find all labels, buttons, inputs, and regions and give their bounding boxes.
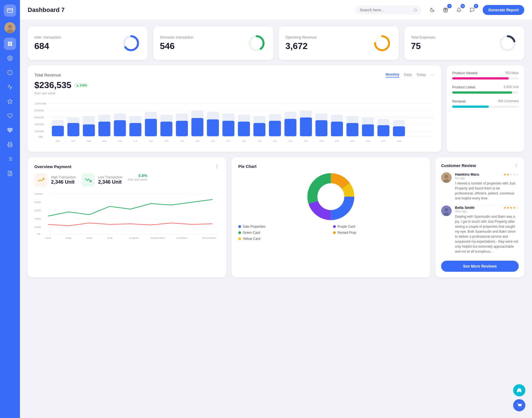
chat-button[interactable]: 5 <box>467 5 477 15</box>
cart-icon <box>516 402 522 408</box>
donut-chart-2 <box>372 33 392 53</box>
svg-rect-114 <box>393 126 405 136</box>
svg-text:600k: 600k <box>34 116 44 119</box>
revenue-tabs: MonthlyDailyToday··· <box>386 72 434 78</box>
svg-text:0k: 0k <box>38 135 43 138</box>
moon-icon <box>430 7 435 12</box>
sidebar-item-star[interactable] <box>4 95 16 107</box>
sidebar-item-print[interactable] <box>4 139 16 151</box>
svg-text:23: 23 <box>319 140 324 142</box>
legend-label-2: Green Card <box>243 231 260 235</box>
svg-text:200k: 200k <box>34 130 44 133</box>
progress-fill-0 <box>452 77 509 80</box>
revenue-sub: than last week <box>34 91 434 95</box>
dark-mode-toggle[interactable] <box>427 5 437 15</box>
svg-point-145 <box>516 164 516 164</box>
star-1-3: ★ <box>513 206 516 210</box>
svg-rect-0 <box>7 9 13 12</box>
svg-text:May: May <box>66 237 72 239</box>
svg-rect-105 <box>346 123 358 136</box>
sidebar-item-info[interactable] <box>4 66 16 79</box>
more-icon[interactable] <box>214 164 219 169</box>
svg-rect-48 <box>52 126 64 136</box>
revenue-card: Total Revenue MonthlyDailyToday··· $236,… <box>28 65 441 152</box>
reviewer-time-0: 5m ago <box>455 176 519 180</box>
high-transaction-info: High Transaction 2,346 Unit <box>51 175 76 185</box>
svg-text:20: 20 <box>273 140 277 142</box>
svg-text:27: 27 <box>381 140 386 142</box>
legend-dot-2 <box>238 231 241 234</box>
svg-rect-63 <box>129 123 141 136</box>
pie-legend: Sale Properties Purple Card Green Card R… <box>238 225 423 241</box>
bell-icon <box>456 7 461 12</box>
star-1-0: ★ <box>503 206 507 210</box>
svg-text:14: 14 <box>180 140 184 142</box>
arrow-up-icon: ▲ <box>76 84 79 87</box>
svg-rect-102 <box>331 122 343 136</box>
svg-text:400k: 400k <box>34 123 44 126</box>
review-avatar-0 <box>441 172 452 183</box>
svg-rect-75 <box>191 118 203 136</box>
stat-item-0: Product Viewed 561/days <box>452 71 519 80</box>
cart-float-button[interactable] <box>513 399 525 411</box>
sidebar-item-heart[interactable] <box>4 110 16 122</box>
sidebar-item-settings[interactable] <box>4 52 16 64</box>
stat-card-2: Operating Revenue 3,672 <box>279 27 399 60</box>
middle-row: Total Revenue MonthlyDailyToday··· $236,… <box>28 65 524 152</box>
floating-buttons <box>513 384 525 411</box>
svg-text:08: 08 <box>87 140 91 142</box>
svg-rect-84 <box>238 122 250 136</box>
svg-text:10: 10 <box>118 140 122 142</box>
review-panel-header: Customer Review <box>441 163 519 168</box>
svg-rect-14 <box>9 145 11 147</box>
sidebar-item-analytics[interactable] <box>4 81 16 93</box>
revenue-more-icon[interactable]: ··· <box>430 72 434 78</box>
stat-card-info-1: Domestic transaction 546 <box>160 35 193 51</box>
revenue-tab-monthly[interactable]: Monthly <box>386 72 400 78</box>
user-avatar[interactable] <box>4 22 16 33</box>
star-1-2: ★ <box>510 206 513 210</box>
legend-item-2: Green Card <box>238 231 329 235</box>
stat-item-label-0: Product Viewed 561/days <box>452 71 519 75</box>
svg-rect-66 <box>145 119 157 136</box>
sidebar-item-heart2[interactable] <box>4 124 16 136</box>
sidebar-item-list[interactable] <box>4 153 16 165</box>
svg-rect-78 <box>207 119 219 136</box>
revenue-tab-today[interactable]: Today <box>416 73 426 77</box>
sidebar <box>0 0 20 418</box>
bell-button[interactable]: 12 <box>454 5 464 15</box>
gift-button[interactable]: 2 <box>441 5 451 15</box>
svg-rect-60 <box>114 120 126 136</box>
svg-text:September: September <box>150 237 165 239</box>
svg-rect-54 <box>83 124 95 136</box>
search-input[interactable] <box>360 8 411 12</box>
generate-report-button[interactable]: Generate Report <box>483 5 524 15</box>
svg-text:800k: 800k <box>34 109 44 112</box>
arrow-up-chart-icon <box>38 177 44 183</box>
svg-line-24 <box>416 11 417 11</box>
header: Dashboard 7 2 <box>20 0 532 20</box>
revenue-tab-daily[interactable]: Daily <box>404 73 412 77</box>
sidebar-item-docs[interactable] <box>4 167 16 179</box>
stat-card-0: Inter. transaction 684 <box>28 27 148 60</box>
sidebar-item-dashboard[interactable] <box>4 38 16 50</box>
sidebar-logo[interactable] <box>4 4 16 17</box>
review-stars-0: ★★★★★ <box>503 173 519 176</box>
chat-badge: 5 <box>474 4 478 8</box>
review-more-icon[interactable] <box>514 163 519 168</box>
svg-text:April: April <box>45 237 51 239</box>
svg-rect-69 <box>160 122 172 136</box>
support-float-button[interactable] <box>513 384 525 396</box>
svg-text:July: July <box>107 237 113 239</box>
star-1-1: ★ <box>507 206 510 210</box>
search-box[interactable] <box>355 6 422 14</box>
star-0-3: ★ <box>513 173 516 176</box>
high-transaction-stat: High Transaction 2,346 Unit <box>34 173 76 187</box>
svg-rect-96 <box>300 117 312 136</box>
see-more-reviews-button[interactable]: See More Reviews <box>441 261 519 272</box>
pie-chart-card: Pie Chart Sale Properties Purple Card <box>232 157 430 277</box>
donut-chart-3 <box>498 33 518 53</box>
reviewer-name-0: Hawkins Maru <box>455 172 479 176</box>
svg-text:August: August <box>129 237 139 239</box>
reviewer-time-1: 20m ago <box>455 210 519 213</box>
